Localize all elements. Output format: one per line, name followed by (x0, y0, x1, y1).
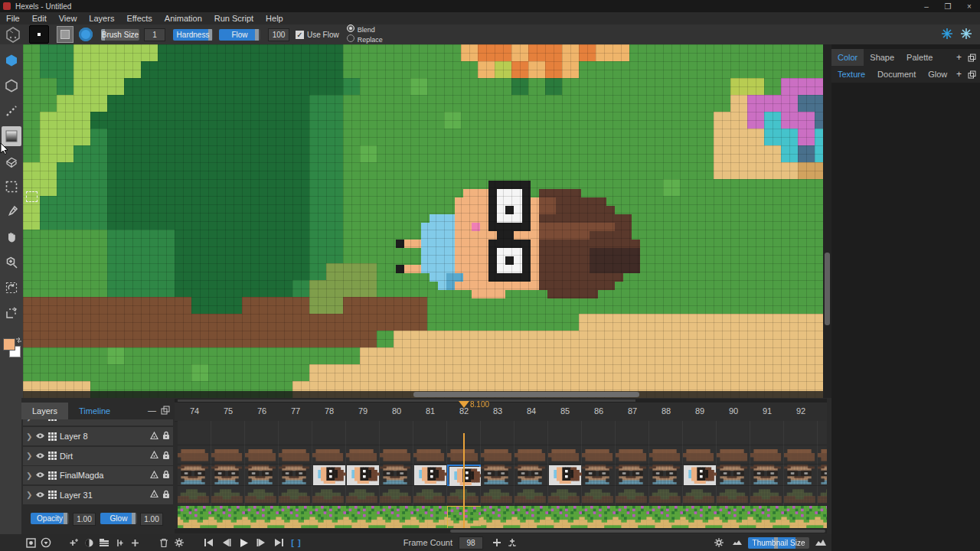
tab-timeline[interactable]: Timeline (68, 403, 121, 419)
layer-row-clipped[interactable]: ❯ (23, 419, 173, 425)
tab-glow[interactable]: Glow (922, 66, 953, 83)
timeline-cell-dirt-83[interactable] (481, 445, 514, 465)
expand-chevron-icon[interactable]: ❯ (26, 452, 32, 460)
timeline-cell-plants-75[interactable] (211, 506, 245, 528)
lock-icon[interactable] (162, 470, 170, 481)
timeline-cell-magda-90[interactable] (717, 465, 750, 486)
timeline-cell-plants-83[interactable] (481, 506, 514, 528)
timeline-cell-plants-74[interactable] (178, 506, 211, 528)
timeline-cell-magda-93[interactable] (818, 465, 827, 486)
timeline-cell-magda-79[interactable] (346, 465, 380, 486)
popout-panel-icon[interactable] (161, 406, 170, 416)
timeline-cell-dirt-78[interactable] (312, 445, 346, 465)
brush-shape-square-icon[interactable] (57, 26, 74, 43)
visibility-eye-icon[interactable] (35, 491, 45, 500)
playhead-line[interactable] (463, 433, 465, 528)
alpha-lock-icon[interactable] (150, 419, 158, 422)
timeline-cell-magda-91[interactable] (750, 465, 784, 486)
timeline-cell-empty-92[interactable] (784, 421, 818, 445)
tool-draw-hexagon-icon[interactable] (2, 51, 21, 70)
timeline-cell-magda-83[interactable] (481, 465, 514, 486)
brush-preview[interactable] (29, 25, 49, 44)
canvas-vertical-scrollbar[interactable] (823, 44, 831, 398)
add-frame-icon[interactable] (127, 536, 142, 549)
timeline-cell-dirt-86[interactable] (582, 445, 616, 465)
tool-dotted-line-icon[interactable] (2, 101, 21, 121)
blend-frames-icon[interactable] (81, 536, 96, 549)
timeline-cell-magda-89[interactable] (683, 465, 717, 486)
menu-item-file[interactable]: File (0, 14, 26, 23)
layer-row-layer-31[interactable]: ❯Layer 31 (23, 486, 173, 504)
collapse-panel-icon[interactable]: — (148, 406, 156, 416)
timeline-cell-magda-92[interactable] (784, 465, 818, 486)
frame-tick-74[interactable]: 74 (178, 406, 211, 416)
timeline-cell-empty-75[interactable] (211, 421, 245, 445)
alpha-lock-icon[interactable] (150, 471, 158, 481)
visibility-eye-icon[interactable] (35, 419, 45, 421)
frame-tick-77[interactable]: 77 (279, 406, 312, 416)
menu-item-effects[interactable]: Effects (120, 14, 158, 23)
timeline-cell-magda-77[interactable] (279, 465, 312, 486)
frame-tick-75[interactable]: 75 (211, 406, 245, 416)
timeline-cell-plants-90[interactable] (717, 506, 750, 528)
timeline-cell-empty-91[interactable] (750, 421, 784, 445)
timeline-cell-magda-78[interactable] (312, 465, 346, 486)
alpha-lock-icon[interactable] (150, 432, 158, 442)
trim-frames-icon[interactable] (505, 536, 520, 549)
timeline-cell-empty-84[interactable] (514, 421, 548, 445)
visibility-eye-icon[interactable] (35, 452, 45, 461)
timeline-cell-dirt-91[interactable] (750, 445, 784, 465)
frame-group-icon[interactable] (96, 536, 112, 549)
frame-tick-91[interactable]: 91 (750, 406, 784, 416)
step-back-icon[interactable] (218, 536, 234, 549)
timeline-cell-magda-74[interactable] (178, 465, 211, 486)
timeline-cell-terrain-81[interactable] (413, 486, 447, 506)
onion-skin-icon[interactable] (38, 536, 54, 549)
timeline-cell-dirt-93[interactable] (818, 445, 827, 465)
timeline-cell-dirt-76[interactable] (245, 445, 279, 465)
thumbnail-settings-gear-icon[interactable] (711, 536, 727, 549)
timeline-cell-terrain-89[interactable] (683, 486, 717, 506)
timeline-cell-dirt-85[interactable] (548, 445, 582, 465)
timeline-cell-plants-86[interactable] (582, 506, 616, 528)
thumbnail-size-slider[interactable]: Thumbnail Size (748, 537, 809, 549)
timeline-cell-empty-81[interactable] (413, 421, 447, 445)
timeline-cell-terrain-85[interactable] (548, 486, 582, 506)
timeline-cell-empty-77[interactable] (279, 421, 312, 445)
timeline-cell-plants-93[interactable] (818, 506, 827, 528)
brush-size-slider[interactable]: Brush Size (101, 29, 139, 41)
timeline-cell-terrain-88[interactable] (649, 486, 683, 506)
timeline-cell-magda-87[interactable] (616, 465, 649, 486)
visibility-eye-icon[interactable] (35, 432, 45, 441)
frame-tick-85[interactable]: 85 (548, 406, 582, 416)
timeline-cell-plants-78[interactable] (312, 506, 346, 528)
foreground-color-swatch[interactable] (3, 338, 15, 350)
timeline-cell-terrain-74[interactable] (178, 486, 211, 506)
append-frames-icon[interactable] (489, 536, 505, 549)
timeline-cell-terrain-75[interactable] (211, 486, 245, 506)
frame-tick-78[interactable]: 78 (312, 406, 346, 416)
timeline-cell-plants-88[interactable] (649, 506, 683, 528)
timeline-cell-empty-83[interactable] (481, 421, 514, 445)
tool-rotate-selection-icon[interactable] (2, 278, 21, 298)
timeline-cell-empty-76[interactable] (245, 421, 279, 445)
timeline-cell-terrain-92[interactable] (784, 486, 818, 506)
frame-tick-76[interactable]: 76 (245, 406, 279, 416)
timeline-cell-terrain-77[interactable] (279, 486, 312, 506)
frame-tick-80[interactable]: 80 (380, 406, 413, 416)
flow-value[interactable]: 100 (268, 28, 289, 41)
timeline-cell-terrain-86[interactable] (582, 486, 616, 506)
timeline-cell-terrain-80[interactable] (380, 486, 413, 506)
hexels-transform-icon[interactable] (3, 25, 23, 44)
timeline-cell-dirt-81[interactable] (413, 445, 447, 465)
glow-slider[interactable]: Glow (100, 513, 137, 524)
color-swatches[interactable] (2, 337, 21, 360)
snowflake-blue-icon[interactable] (941, 28, 953, 41)
timeline-cell-magda-76[interactable] (245, 465, 279, 486)
timeline-cell-dirt-92[interactable] (784, 445, 818, 465)
brush-size-value[interactable]: 1 (144, 28, 165, 41)
lock-icon[interactable] (162, 431, 170, 442)
add-keyframe-icon[interactable] (66, 536, 81, 549)
layer-row-dirt[interactable]: ❯Dirt (23, 447, 173, 465)
close-button[interactable]: × (959, 0, 980, 12)
